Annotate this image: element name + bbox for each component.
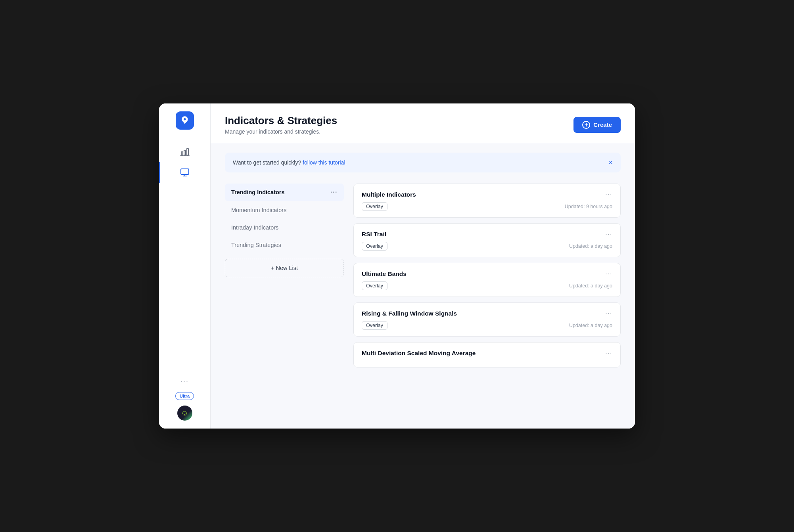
banner-text-main: Want to get started quickly? xyxy=(233,159,301,166)
card-rsi-trail: RSI Trail ··· Overlay Updated: a day ago xyxy=(353,223,621,257)
app-window: ··· Ultra Indicators & Strategies Manage… xyxy=(159,103,635,429)
plus-circle-icon: + xyxy=(582,121,590,129)
svg-rect-0 xyxy=(181,152,183,155)
card-top: Multiple Indicators ··· xyxy=(362,191,612,198)
page-header: Indicators & Strategies Manage your indi… xyxy=(211,103,635,143)
card-ultimate-bands-dots[interactable]: ··· xyxy=(605,270,612,277)
card-bottom: Overlay Updated: a day ago xyxy=(362,242,612,251)
card-bottom: Overlay Updated: a day ago xyxy=(362,281,612,290)
card-multiple-indicators-updated: Updated: 9 hours ago xyxy=(565,204,612,209)
banner-text: Want to get started quickly? follow this… xyxy=(233,159,347,166)
content-area: Want to get started quickly? follow this… xyxy=(211,143,635,429)
card-ultimate-bands-updated: Updated: a day ago xyxy=(569,283,612,289)
sidebar-item-charts[interactable] xyxy=(159,142,210,162)
header-left: Indicators & Strategies Manage your indi… xyxy=(225,115,337,135)
list-item-trending-indicators[interactable]: Trending Indicators ··· xyxy=(225,184,344,201)
sidebar-item-indicators[interactable] xyxy=(159,162,210,183)
list-item-trending-dots[interactable]: ··· xyxy=(330,189,338,196)
list-item-intraday-label: Intraday Indicators xyxy=(231,224,278,231)
list-item-momentum-label: Momentum Indicators xyxy=(231,207,286,213)
create-button[interactable]: + Create xyxy=(573,117,621,133)
list-item-momentum-indicators[interactable]: Momentum Indicators xyxy=(225,202,344,218)
list-item-trending-strategies-label: Trending Strategies xyxy=(231,242,281,248)
card-rising-falling: Rising & Falling Window Signals ··· Over… xyxy=(353,302,621,337)
banner-link[interactable]: follow this tutorial. xyxy=(303,159,347,166)
svg-rect-1 xyxy=(184,150,186,155)
card-title-rsi-trail: RSI Trail xyxy=(362,231,386,238)
page-title: Indicators & Strategies xyxy=(225,115,337,127)
app-logo[interactable] xyxy=(176,111,194,130)
lists-panel: Trending Indicators ··· Momentum Indicat… xyxy=(225,184,344,277)
card-multi-deviation-dots[interactable]: ··· xyxy=(605,350,612,357)
card-ultimate-bands-tag: Overlay xyxy=(362,281,387,290)
create-button-label: Create xyxy=(593,121,612,128)
card-bottom: Overlay Updated: a day ago xyxy=(362,321,612,330)
cards-panel: Multiple Indicators ··· Overlay Updated:… xyxy=(353,184,621,367)
sidebar-more-icon[interactable]: ··· xyxy=(180,377,189,386)
card-top: Multi Deviation Scaled Moving Average ··… xyxy=(362,350,612,357)
card-rsi-trail-dots[interactable]: ··· xyxy=(605,231,612,238)
card-title-multi-deviation: Multi Deviation Scaled Moving Average xyxy=(362,350,476,357)
card-rising-falling-dots[interactable]: ··· xyxy=(605,310,612,317)
svg-rect-2 xyxy=(187,149,188,155)
card-bottom: Overlay Updated: 9 hours ago xyxy=(362,202,612,211)
card-top: Ultimate Bands ··· xyxy=(362,270,612,277)
card-rsi-trail-updated: Updated: a day ago xyxy=(569,243,612,249)
page-subtitle: Manage your indicators and strategies. xyxy=(225,128,337,135)
card-multi-deviation: Multi Deviation Scaled Moving Average ··… xyxy=(353,342,621,367)
list-item-trending-indicators-label: Trending Indicators xyxy=(231,189,285,195)
card-multiple-indicators: Multiple Indicators ··· Overlay Updated:… xyxy=(353,184,621,218)
card-multiple-indicators-tag: Overlay xyxy=(362,202,387,211)
card-rising-falling-tag: Overlay xyxy=(362,321,387,330)
card-multiple-indicators-dots[interactable]: ··· xyxy=(605,191,612,198)
tutorial-banner: Want to get started quickly? follow this… xyxy=(225,153,621,172)
card-title-multiple-indicators: Multiple Indicators xyxy=(362,191,416,198)
main-content: Indicators & Strategies Manage your indi… xyxy=(211,103,635,429)
card-rsi-trail-tag: Overlay xyxy=(362,242,387,251)
sidebar: ··· Ultra xyxy=(159,103,211,429)
avatar[interactable] xyxy=(177,406,192,421)
card-top: Rising & Falling Window Signals ··· xyxy=(362,310,612,317)
list-item-intraday-indicators[interactable]: Intraday Indicators xyxy=(225,219,344,236)
ultra-badge[interactable]: Ultra xyxy=(175,392,194,400)
card-title-ultimate-bands: Ultimate Bands xyxy=(362,270,407,277)
card-ultimate-bands: Ultimate Bands ··· Overlay Updated: a da… xyxy=(353,263,621,297)
svg-rect-4 xyxy=(181,169,189,174)
banner-close-button[interactable]: × xyxy=(608,159,613,166)
list-item-trending-strategies[interactable]: Trending Strategies xyxy=(225,237,344,253)
two-column-layout: Trending Indicators ··· Momentum Indicat… xyxy=(225,184,621,367)
card-top: RSI Trail ··· xyxy=(362,231,612,238)
new-list-button[interactable]: + New List xyxy=(225,259,344,277)
card-title-rising-falling: Rising & Falling Window Signals xyxy=(362,310,457,317)
card-rising-falling-updated: Updated: a day ago xyxy=(569,323,612,328)
